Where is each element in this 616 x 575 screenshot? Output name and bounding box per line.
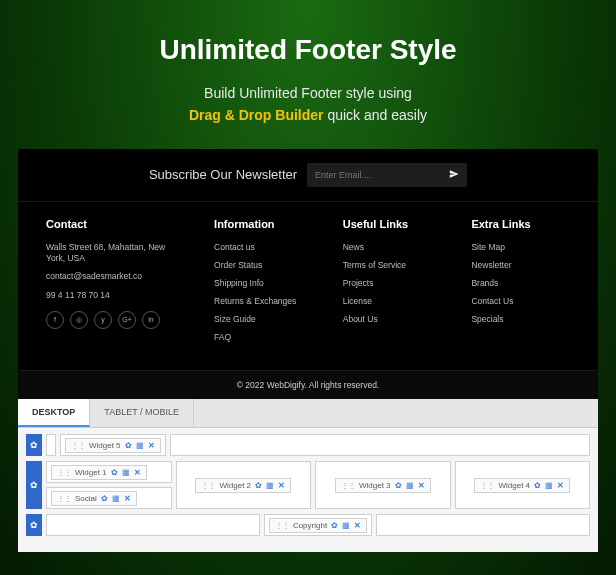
drag-handle-icon[interactable]: ⋮⋮	[57, 468, 71, 477]
builder-row: ✿ ⋮⋮ Copyright ✿ ▦ ✕	[26, 514, 590, 536]
widget-remove-icon[interactable]: ✕	[278, 481, 285, 490]
row-settings-button[interactable]: ✿	[26, 434, 42, 456]
newsletter-input-wrap[interactable]	[307, 163, 467, 187]
list-item[interactable]: FAQ	[214, 332, 313, 343]
widget-grid-icon[interactable]: ▦	[112, 494, 120, 503]
page-title: Unlimited Footer Style	[0, 34, 616, 66]
copyright-bar: © 2022 WebDigify. All rights reserved.	[18, 370, 598, 399]
widget-settings-icon[interactable]: ✿	[395, 481, 402, 490]
useful-heading: Useful Links	[343, 218, 442, 230]
newsletter-submit-button[interactable]	[449, 169, 459, 181]
widget-remove-icon[interactable]: ✕	[557, 481, 564, 490]
builder-slot[interactable]: ⋮⋮ Widget 4 ✿ ▦ ✕	[455, 461, 591, 509]
widget-label: Copyright	[293, 521, 327, 530]
list-item[interactable]: Contact Us	[471, 296, 570, 307]
widget-tag-widget5[interactable]: ⋮⋮ Widget 5 ✿ ▦ ✕	[65, 438, 161, 453]
builder-panel: DESKTOP TABLET / MOBILE ✿ ⋮⋮ Widget 5 ✿ …	[18, 399, 598, 552]
list-item[interactable]: Brands	[471, 278, 570, 289]
builder-row: ✿ ⋮⋮ Widget 5 ✿ ▦ ✕	[26, 434, 590, 456]
gear-icon: ✿	[30, 520, 38, 530]
builder-slot[interactable]: ⋮⋮ Widget 5 ✿ ▦ ✕	[60, 434, 166, 456]
widget-tag-widget1[interactable]: ⋮⋮ Widget 1 ✿ ▦ ✕	[51, 465, 147, 480]
builder-row: ✿ ⋮⋮ Widget 1 ✿ ▦ ✕ ⋮⋮ Social ✿	[26, 461, 590, 509]
widget-label: Widget 2	[219, 481, 251, 490]
drag-handle-icon[interactable]: ⋮⋮	[71, 441, 85, 450]
newsletter-input[interactable]	[315, 170, 449, 180]
builder-slot[interactable]: ⋮⋮ Social ✿ ▦ ✕	[46, 487, 172, 509]
footer-preview: Subscribe Our Newsletter Contact Walls S…	[18, 149, 598, 399]
builder-slot[interactable]	[376, 514, 590, 536]
list-item[interactable]: Terms of Service	[343, 260, 442, 271]
builder-slot[interactable]: ⋮⋮ Copyright ✿ ▦ ✕	[264, 514, 372, 536]
builder-rows: ✿ ⋮⋮ Widget 5 ✿ ▦ ✕ ✿ ⋮⋮ Widget 1	[18, 428, 598, 542]
drag-handle-icon[interactable]: ⋮⋮	[480, 481, 494, 490]
drag-handle-icon[interactable]: ⋮⋮	[341, 481, 355, 490]
tab-desktop[interactable]: DESKTOP	[18, 399, 90, 427]
widget-remove-icon[interactable]: ✕	[134, 468, 141, 477]
linkedin-icon[interactable]: in	[142, 311, 160, 329]
builder-slot[interactable]	[170, 434, 590, 456]
googleplus-icon[interactable]: G+	[118, 311, 136, 329]
list-item[interactable]: Projects	[343, 278, 442, 289]
gear-icon: ✿	[30, 440, 38, 450]
builder-slot[interactable]: ⋮⋮ Widget 1 ✿ ▦ ✕	[46, 461, 172, 483]
list-item[interactable]: Contact us	[214, 242, 313, 253]
drag-handle-icon[interactable]: ⋮⋮	[275, 521, 289, 530]
list-item[interactable]: About Us	[343, 314, 442, 325]
builder-tabs: DESKTOP TABLET / MOBILE	[18, 399, 598, 428]
facebook-icon[interactable]: f	[46, 311, 64, 329]
widget-grid-icon[interactable]: ▦	[136, 441, 144, 450]
list-item[interactable]: News	[343, 242, 442, 253]
widget-remove-icon[interactable]: ✕	[354, 521, 361, 530]
list-item[interactable]: Shipping Info	[214, 278, 313, 289]
builder-slot[interactable]: ⋮⋮ Widget 3 ✿ ▦ ✕	[315, 461, 451, 509]
widget-label: Widget 5	[89, 441, 121, 450]
widget-settings-icon[interactable]: ✿	[534, 481, 541, 490]
widget-tag-widget2[interactable]: ⋮⋮ Widget 2 ✿ ▦ ✕	[195, 478, 291, 493]
list-item[interactable]: Order Status	[214, 260, 313, 271]
newsletter-title: Subscribe Our Newsletter	[149, 167, 297, 182]
list-item[interactable]: Specials	[471, 314, 570, 325]
widget-tag-copyright[interactable]: ⋮⋮ Copyright ✿ ▦ ✕	[269, 518, 367, 533]
widget-tag-widget3[interactable]: ⋮⋮ Widget 3 ✿ ▦ ✕	[335, 478, 431, 493]
widget-settings-icon[interactable]: ✿	[111, 468, 118, 477]
tab-tablet-mobile[interactable]: TABLET / MOBILE	[90, 399, 194, 427]
page-subtitle: Build Unlimited Footer style using Drag …	[0, 82, 616, 127]
builder-slot[interactable]: ⋮⋮ Widget 2 ✿ ▦ ✕	[176, 461, 312, 509]
row-settings-button[interactable]: ✿	[26, 461, 42, 509]
contact-email: contact@sadesmarket.co	[46, 271, 184, 282]
social-icons: f ◎ y G+ in	[46, 311, 184, 329]
widget-settings-icon[interactable]: ✿	[125, 441, 132, 450]
widget-settings-icon[interactable]: ✿	[255, 481, 262, 490]
widget-remove-icon[interactable]: ✕	[148, 441, 155, 450]
widget-tag-social[interactable]: ⋮⋮ Social ✿ ▦ ✕	[51, 491, 137, 506]
twitter-icon[interactable]: y	[94, 311, 112, 329]
drag-handle-icon[interactable]: ⋮⋮	[201, 481, 215, 490]
widget-grid-icon[interactable]: ▦	[122, 468, 130, 477]
list-item[interactable]: License	[343, 296, 442, 307]
row-settings-button[interactable]: ✿	[26, 514, 42, 536]
widget-grid-icon[interactable]: ▦	[266, 481, 274, 490]
extra-heading: Extra Links	[471, 218, 570, 230]
send-icon	[449, 169, 459, 179]
widget-grid-icon[interactable]: ▦	[342, 521, 350, 530]
widget-settings-icon[interactable]: ✿	[331, 521, 338, 530]
widget-tag-widget4[interactable]: ⋮⋮ Widget 4 ✿ ▦ ✕	[474, 478, 570, 493]
instagram-icon[interactable]: ◎	[70, 311, 88, 329]
widget-label: Widget 3	[359, 481, 391, 490]
list-item[interactable]: Newsletter	[471, 260, 570, 271]
list-item[interactable]: Returns & Exchanges	[214, 296, 313, 307]
drag-handle-icon[interactable]: ⋮⋮	[57, 494, 71, 503]
widget-remove-icon[interactable]: ✕	[418, 481, 425, 490]
builder-column: ⋮⋮ Widget 1 ✿ ▦ ✕ ⋮⋮ Social ✿ ▦ ✕	[46, 461, 172, 509]
widget-grid-icon[interactable]: ▦	[406, 481, 414, 490]
list-item[interactable]: Site Map	[471, 242, 570, 253]
widget-grid-icon[interactable]: ▦	[545, 481, 553, 490]
builder-slot[interactable]	[46, 434, 56, 456]
subtitle-after: quick and easily	[324, 107, 428, 123]
list-item[interactable]: Size Guide	[214, 314, 313, 325]
builder-slot[interactable]	[46, 514, 260, 536]
widget-remove-icon[interactable]: ✕	[124, 494, 131, 503]
widget-settings-icon[interactable]: ✿	[101, 494, 108, 503]
footer-col-useful: Useful Links News Terms of Service Proje…	[343, 218, 442, 350]
